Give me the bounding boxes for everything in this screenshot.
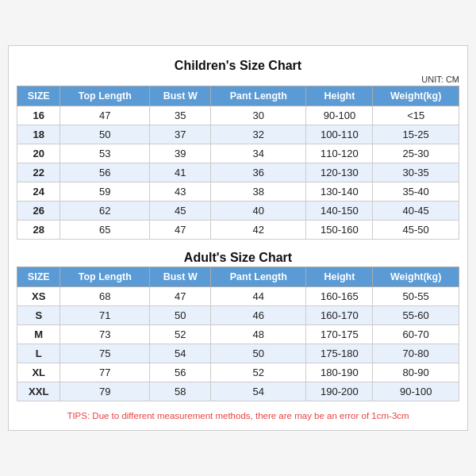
table-cell: 47 — [60, 106, 150, 125]
adult-section-title: Adult's Size Chart — [17, 246, 459, 267]
table-row: 22564136120-13030-35 — [17, 163, 459, 182]
table-cell: 38 — [211, 182, 306, 202]
children-table-body: 1647353090-100<1518503732100-11015-25205… — [17, 106, 459, 240]
table-cell: 24 — [17, 182, 60, 202]
table-cell: 50 — [60, 125, 150, 144]
table-cell: 60-70 — [373, 325, 459, 344]
children-col-bustw: Bust W — [150, 86, 211, 106]
table-cell: 52 — [211, 363, 306, 382]
table-cell: 37 — [150, 125, 211, 144]
table-cell: 47 — [150, 287, 211, 306]
table-cell: 190-200 — [306, 382, 373, 401]
adult-col-toplength: Top Length — [60, 267, 150, 287]
table-cell: 55-60 — [373, 306, 459, 325]
table-cell: 30 — [211, 106, 306, 125]
table-cell: 90-100 — [373, 382, 459, 401]
table-cell: 16 — [17, 106, 60, 125]
table-cell: 54 — [150, 344, 211, 363]
table-cell: 35-40 — [373, 182, 459, 202]
size-chart-container: Children's Size Chart UNIT: CM SIZE Top … — [8, 45, 468, 431]
table-cell: M — [17, 325, 60, 344]
table-cell: 39 — [150, 144, 211, 163]
table-cell: 36 — [211, 163, 306, 182]
table-row: 1647353090-100<15 — [17, 106, 459, 125]
adult-table: SIZE Top Length Bust W Pant Length Heigh… — [17, 267, 459, 401]
table-cell: 44 — [211, 287, 306, 306]
children-col-weight: Weight(kg) — [373, 86, 459, 106]
table-cell: 41 — [150, 163, 211, 182]
table-row: 28654742150-16045-50 — [17, 221, 459, 240]
table-cell: 45-50 — [373, 221, 459, 240]
table-cell: 68 — [60, 287, 150, 306]
table-row: L755450175-18070-80 — [17, 344, 459, 363]
table-cell: 90-100 — [306, 106, 373, 125]
adult-col-bustw: Bust W — [150, 267, 211, 287]
table-cell: 35 — [150, 106, 211, 125]
table-cell: 180-190 — [306, 363, 373, 382]
table-cell: 110-120 — [306, 144, 373, 163]
table-cell: 18 — [17, 125, 60, 144]
adult-col-pantlength: Pant Length — [211, 267, 306, 287]
table-cell: 70-80 — [373, 344, 459, 363]
table-cell: 54 — [211, 382, 306, 401]
table-row: S715046160-17055-60 — [17, 306, 459, 325]
children-header-row: SIZE Top Length Bust W Pant Length Heigh… — [17, 86, 459, 106]
table-cell: 40-45 — [373, 202, 459, 221]
table-cell: 50-55 — [373, 287, 459, 306]
children-col-size: SIZE — [17, 86, 60, 106]
table-cell: 30-35 — [373, 163, 459, 182]
table-cell: 175-180 — [306, 344, 373, 363]
tips-text: TIPS: Due to different measurement metho… — [17, 408, 459, 422]
table-cell: 50 — [211, 344, 306, 363]
table-row: 26624540140-15040-45 — [17, 202, 459, 221]
table-cell: 170-175 — [306, 325, 373, 344]
table-cell: 160-170 — [306, 306, 373, 325]
table-cell: 46 — [211, 306, 306, 325]
table-cell: 52 — [150, 325, 211, 344]
table-cell: 25-30 — [373, 144, 459, 163]
children-col-height: Height — [306, 86, 373, 106]
table-cell: XL — [17, 363, 60, 382]
table-cell: 120-130 — [306, 163, 373, 182]
table-cell: 53 — [60, 144, 150, 163]
table-cell: 28 — [17, 221, 60, 240]
table-cell: 77 — [60, 363, 150, 382]
table-cell: 130-140 — [306, 182, 373, 202]
table-cell: 56 — [60, 163, 150, 182]
table-row: 24594338130-14035-40 — [17, 182, 459, 202]
table-row: M735248170-17560-70 — [17, 325, 459, 344]
table-row: 20533934110-12025-30 — [17, 144, 459, 163]
table-cell: 59 — [60, 182, 150, 202]
table-cell: 26 — [17, 202, 60, 221]
table-cell: 45 — [150, 202, 211, 221]
table-row: 18503732100-11015-25 — [17, 125, 459, 144]
table-cell: 65 — [60, 221, 150, 240]
table-cell: 20 — [17, 144, 60, 163]
table-row: XS684744160-16550-55 — [17, 287, 459, 306]
table-cell: 34 — [211, 144, 306, 163]
table-cell: S — [17, 306, 60, 325]
table-cell: 62 — [60, 202, 150, 221]
table-cell: 43 — [150, 182, 211, 202]
table-cell: XS — [17, 287, 60, 306]
table-cell: <15 — [373, 106, 459, 125]
children-table: SIZE Top Length Bust W Pant Length Heigh… — [17, 86, 459, 240]
table-row: XXL795854190-20090-100 — [17, 382, 459, 401]
adult-col-weight: Weight(kg) — [373, 267, 459, 287]
table-cell: XXL — [17, 382, 60, 401]
children-col-toplength: Top Length — [60, 86, 150, 106]
table-cell: 150-160 — [306, 221, 373, 240]
table-cell: 79 — [60, 382, 150, 401]
table-cell: 71 — [60, 306, 150, 325]
table-cell: 48 — [211, 325, 306, 344]
table-cell: L — [17, 344, 60, 363]
table-cell: 32 — [211, 125, 306, 144]
table-row: XL775652180-19080-90 — [17, 363, 459, 382]
table-cell: 140-150 — [306, 202, 373, 221]
table-cell: 80-90 — [373, 363, 459, 382]
table-cell: 75 — [60, 344, 150, 363]
adult-header-row: SIZE Top Length Bust W Pant Length Heigh… — [17, 267, 459, 287]
adult-col-size: SIZE — [17, 267, 60, 287]
adult-table-body: XS684744160-16550-55S715046160-17055-60M… — [17, 287, 459, 401]
table-cell: 50 — [150, 306, 211, 325]
